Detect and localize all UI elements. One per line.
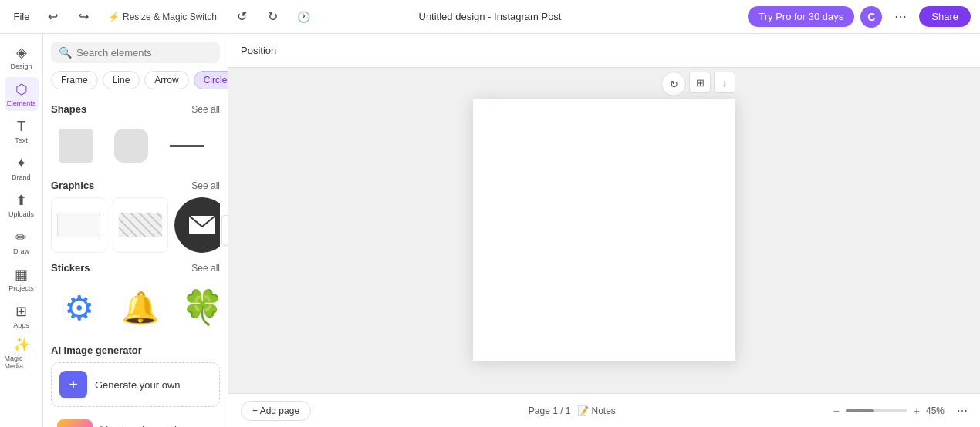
icon-sidebar: ◈ Design ⬡ Elements T Text ✦ Brand ⬆ Upl… [0,34,43,427]
chip-circle[interactable]: Circle [194,71,228,89]
graphic-white-rect-item[interactable] [51,197,106,253]
sidebar-item-elements[interactable]: ⬡ Elements [5,77,39,111]
graphics-title: Graphics [51,180,94,191]
shape-rounded [114,129,148,163]
sticker-bell-item[interactable]: 🔔 [113,280,168,335]
sidebar-item-projects[interactable]: ▦ Projects [5,262,39,296]
magic-media-icon: ✨ [13,336,30,353]
canvas-area: ⊞ ↓ ↻ [228,68,980,393]
generate-own-card[interactable]: + Generate your own [51,362,220,407]
brand-label: Brand [12,173,30,181]
projects-label: Projects [8,284,34,292]
apps-label: Apps [13,321,29,329]
position-label[interactable]: Position [241,45,276,56]
draw-icon: ✏ [15,229,27,246]
page-info: Page 1 / 1 [529,405,571,416]
top-bar-right: Try Pro for 30 days C ⋯ Share [654,5,971,29]
bottom-bar-center: Page 1 / 1 📝 Notes [529,405,616,416]
undo-button[interactable]: ↩ [40,5,65,29]
sidebar-item-draw[interactable]: ✏ Draw [5,225,39,259]
text-label: Text [15,136,28,144]
sidebar-item-design[interactable]: ◈ Design [5,40,39,74]
graphic-stripe-rect [119,213,162,237]
projects-icon: ▦ [15,266,28,283]
sticker-clover-icon: 🍀 [181,287,221,328]
shapes-see-all-button[interactable]: See all [191,104,220,115]
canvas-refresh-button[interactable]: ↻ [661,72,686,96]
top-bar-left: File ↩ ↪ ⚡ Resize & Magic Switch ↺ ↻ 🕐 [9,5,326,29]
magic-switch-label: Resize & Magic Switch [123,12,217,22]
search-icon: 🔍 [59,46,72,59]
shape-line-h [170,145,204,147]
redo2-button[interactable]: ↻ [260,5,285,29]
elements-label: Elements [7,99,36,107]
chip-arrow[interactable]: Arrow [144,71,188,89]
magic-switch-button[interactable]: ⚡ Resize & Magic Switch [102,5,223,29]
apps-icon: ⊞ [15,303,27,320]
shape-line-h-item[interactable] [162,121,211,170]
shape-square [59,129,93,163]
zoom-minus-icon: − [833,405,840,417]
canvas-grid-button[interactable]: ⊞ [689,72,711,93]
ai-prompt-cat-card[interactable]: 🐱 "A cute anime cat in a forest with flo… [51,413,220,427]
chip-line[interactable]: Line [103,71,140,89]
try-pro-button[interactable]: Try Pro for 30 days [748,6,854,27]
text-icon: T [17,119,25,135]
notes-button[interactable]: 📝 Notes [577,405,616,416]
draw-label: Draw [13,247,29,255]
sticker-cog-item[interactable]: ⚙ [51,280,106,335]
shape-square-item[interactable] [51,121,100,170]
undo2-button[interactable]: ↺ [229,5,254,29]
canvas-wrapper: ⊞ ↓ ↻ [473,99,735,361]
more-options-button[interactable]: ⋯ [888,5,913,29]
graphic-email-item[interactable] [174,197,220,253]
sticker-clover-item[interactable]: 🍀 [174,280,220,335]
timer-button[interactable]: 🕐 [291,5,316,29]
main-layout: ◈ Design ⬡ Elements T Text ✦ Brand ⬆ Upl… [0,34,980,427]
bottom-bar-right: − + 45% ⋯ [833,405,968,417]
stickers-title: Stickers [51,262,90,274]
zoom-slider[interactable] [846,409,907,412]
magic-switch-icon: ⚡ [108,12,120,22]
graphics-grid: → [51,197,220,253]
sidebar-item-magic-media[interactable]: ✨ Magic Media [5,336,39,370]
file-menu-button[interactable]: File [9,5,34,29]
document-title: Untitled design - Instagram Post [419,11,562,22]
more-dots-icon[interactable]: ⋯ [957,405,968,417]
bottom-bar: + Add page Page 1 / 1 📝 Notes − + 45% ⋯ [228,393,980,427]
envelope-svg [189,216,215,234]
search-input[interactable] [76,47,212,59]
chip-frame[interactable]: Frame [51,71,98,89]
canvas-download-button[interactable]: ↓ [714,72,735,93]
design-label: Design [10,62,32,70]
ai-thumb-cat: 🐱 [57,419,93,427]
graphic-stripe-item[interactable] [113,197,168,253]
generate-plus-icon: + [59,371,87,398]
shape-line-v-item[interactable] [218,121,220,170]
design-icon: ◈ [16,44,27,61]
shape-rounded-item[interactable] [106,121,156,170]
canvas-container: ⊞ ↓ ↻ [473,99,735,361]
share-button[interactable]: Share [919,6,971,27]
shapes-section-header: Shapes See all [51,103,220,115]
zoom-slider-fill [846,409,874,412]
sidebar-item-apps[interactable]: ⊞ Apps [5,299,39,333]
redo-button[interactable]: ↪ [71,5,96,29]
filter-chips: Frame Line Arrow Circle ··· [43,68,228,96]
stickers-section-header: Stickers See all [51,262,220,274]
stickers-see-all-button[interactable]: See all [191,263,220,274]
graphics-see-all-button[interactable]: See all [191,180,220,191]
magic-media-label: Magic Media [5,355,39,370]
uploads-icon: ⬆ [15,192,27,209]
sidebar-item-brand[interactable]: ✦ Brand [5,151,39,185]
notes-label: Notes [592,405,616,416]
notes-icon: 📝 [577,405,589,416]
brand-icon: ✦ [15,155,27,172]
shapes-title: Shapes [51,103,86,115]
zoom-plus-icon: + [914,405,920,417]
graphic-white-rect [57,213,100,237]
hide-panel-button[interactable]: ‹ [221,215,228,246]
add-page-button[interactable]: + Add page [241,401,311,421]
sidebar-item-uploads[interactable]: ⬆ Uploads [5,188,39,222]
sidebar-item-text[interactable]: T Text [5,114,39,148]
